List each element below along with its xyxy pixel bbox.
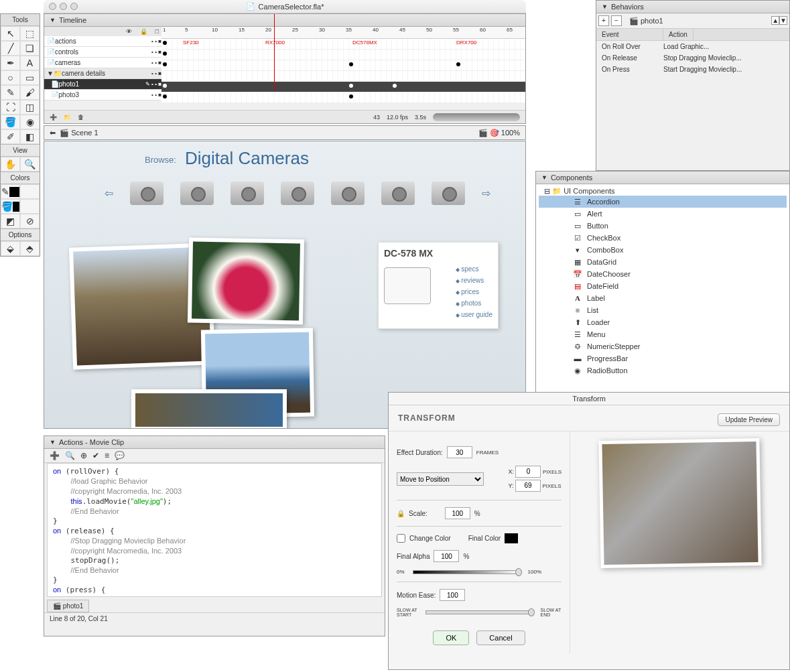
component-numericstepper[interactable]: ⯐NumericStepper <box>539 340 787 352</box>
playhead[interactable] <box>274 27 275 91</box>
behavior-row[interactable]: On ReleaseStop Dragging Movieclip... <box>596 52 789 64</box>
behavior-row[interactable]: On Roll OverLoad Graphic... <box>596 41 789 52</box>
component-radiobutton[interactable]: ◉RadioButton <box>539 364 787 377</box>
camera-thumb[interactable] <box>432 182 465 205</box>
cancel-button[interactable]: Cancel <box>476 630 525 645</box>
close-light[interactable] <box>49 3 56 10</box>
next-arrow-icon[interactable]: ⇨ <box>482 187 490 200</box>
component-combobox[interactable]: ▾ComboBox <box>539 244 787 256</box>
component-list[interactable]: ≡List <box>539 304 787 316</box>
move-select[interactable]: Move to Position <box>397 472 484 486</box>
layer-folder[interactable]: ▼📁 camera details• • ■ <box>44 68 161 79</box>
x-input[interactable] <box>515 466 541 478</box>
photo-cliff[interactable] <box>131 389 287 429</box>
snap-option[interactable]: ⬙ <box>1 241 20 256</box>
brush-tool[interactable]: 🖌 <box>20 85 40 100</box>
transform-tab[interactable]: Transform <box>389 393 789 405</box>
text-tool[interactable]: A <box>20 56 40 70</box>
stage[interactable]: Browse: Digital Cameras ⇦ ⇨ DC-578 MX sp… <box>44 141 526 429</box>
zoom-light[interactable] <box>70 3 78 10</box>
frame-row-controls[interactable] <box>161 50 525 60</box>
subselect-tool[interactable]: ⬚ <box>20 26 40 41</box>
components-root[interactable]: ⊟ 📁 UI Components <box>539 187 787 196</box>
hand-tool[interactable]: ✋ <box>1 157 20 172</box>
layer-cameras[interactable]: 📄 cameras• • ■ <box>44 58 161 68</box>
lock-icon[interactable]: 🔒 <box>140 28 147 35</box>
move-down-icon[interactable]: ▼ <box>779 16 787 25</box>
add-behavior-button[interactable]: + <box>598 15 609 26</box>
frame-row-cameras[interactable] <box>161 60 525 71</box>
move-up-icon[interactable]: ▲ <box>771 16 779 25</box>
component-progressbar[interactable]: ▬ProgressBar <box>539 352 787 364</box>
zoom-tool[interactable]: 🔍 <box>20 157 40 172</box>
code-editor[interactable]: on (rollOver) { //load Graphic Behavior … <box>47 463 382 597</box>
layer-photo1[interactable]: 📄 photo1✎ • • ■ <box>44 79 161 90</box>
ok-button[interactable]: OK <box>433 630 469 645</box>
add-script-icon[interactable]: ➕ <box>50 451 60 460</box>
layer-controls[interactable]: 📄 controls• • ■ <box>44 47 161 58</box>
change-color-checkbox[interactable] <box>397 534 405 543</box>
transform-tool[interactable]: ⛶ <box>1 100 20 115</box>
layer-photo3[interactable]: 📄 photo3• • ■ <box>44 90 161 100</box>
camera-thumb[interactable] <box>281 182 314 205</box>
y-input[interactable] <box>515 480 541 492</box>
ease-input[interactable] <box>440 589 465 601</box>
frame-row-photo3[interactable] <box>161 92 525 103</box>
stroke-color[interactable]: ✎ <box>1 184 20 199</box>
add-layer-icon[interactable]: ➕ <box>50 114 57 121</box>
outline-icon[interactable]: □ <box>155 28 159 35</box>
paint-bucket-tool[interactable]: ◉ <box>20 115 40 129</box>
edit-symbol-icon[interactable]: 🎯 <box>490 129 499 137</box>
camera-thumb[interactable] <box>180 182 214 205</box>
link-prices[interactable]: prices <box>456 287 492 298</box>
code-hint-icon[interactable]: 💬 <box>115 451 125 460</box>
eye-icon[interactable]: 👁 <box>126 28 132 35</box>
photo-flower[interactable] <box>188 238 304 325</box>
component-button[interactable]: ▭Button <box>539 220 787 232</box>
edit-scene-icon[interactable]: 🎬 <box>478 129 488 137</box>
scale-input[interactable] <box>445 507 470 519</box>
eyedropper-tool[interactable]: ✐ <box>1 129 20 144</box>
frame-row-actions[interactable]: SF230 RX7000 DC578MX DRX700 <box>161 39 525 50</box>
find-icon[interactable]: 🔍 <box>65 451 75 460</box>
behavior-row[interactable]: On PressStart Dragging Movieclip... <box>596 64 789 75</box>
final-alpha-input[interactable] <box>434 550 459 562</box>
component-datefield[interactable]: ▤DateField <box>539 280 787 292</box>
pencil-tool[interactable]: ✎ <box>1 85 20 100</box>
delete-layer-icon[interactable]: 🗑 <box>78 114 84 121</box>
code-tab-photo1[interactable]: 🎬 photo1 <box>47 600 89 612</box>
alpha-slider[interactable] <box>413 570 520 574</box>
bw-swap[interactable]: ◩ <box>1 214 20 228</box>
collapse-icon[interactable]: ▼ <box>50 17 56 23</box>
add-folder-icon[interactable]: 📁 <box>64 114 71 121</box>
frame-row-photo1[interactable] <box>161 82 525 92</box>
ink-tool[interactable]: 🪣 <box>1 115 20 129</box>
link-specs[interactable]: specs <box>456 264 492 275</box>
camera-thumb[interactable] <box>231 182 264 205</box>
duration-input[interactable] <box>447 446 472 458</box>
camera-thumb[interactable] <box>130 182 163 205</box>
col-action[interactable]: Action <box>663 29 694 40</box>
fill-transform-tool[interactable]: ◫ <box>20 100 40 115</box>
component-datechooser[interactable]: 📅DateChooser <box>539 268 787 280</box>
link-reviews[interactable]: reviews <box>456 275 492 287</box>
component-datagrid[interactable]: ▦DataGrid <box>539 256 787 268</box>
line-tool[interactable]: ╱ <box>1 41 20 56</box>
col-event[interactable]: Event <box>596 29 663 40</box>
timeline-scrollbar[interactable] <box>433 113 520 121</box>
component-label[interactable]: ALabel <box>539 292 787 304</box>
link-photos[interactable]: photos <box>456 298 492 310</box>
component-accordion[interactable]: ☰Accordion <box>539 196 787 208</box>
selection-tool[interactable]: ↖ <box>1 26 20 41</box>
final-color-swatch[interactable] <box>505 533 518 543</box>
camera-thumb[interactable] <box>331 182 365 205</box>
link-userguide[interactable]: user guide <box>456 310 492 321</box>
eraser-tool[interactable]: ◧ <box>20 129 40 144</box>
pen-tool[interactable]: ✒ <box>1 56 20 70</box>
smooth-option[interactable]: ⬘ <box>20 241 40 256</box>
layer-actions[interactable]: 📄 actions• • ■ <box>44 36 161 47</box>
component-checkbox[interactable]: ☑CheckBox <box>539 232 787 244</box>
minimize-light[interactable] <box>60 3 67 10</box>
target-icon[interactable]: ⊕ <box>80 451 87 460</box>
lasso-tool[interactable]: ❏ <box>20 41 40 56</box>
